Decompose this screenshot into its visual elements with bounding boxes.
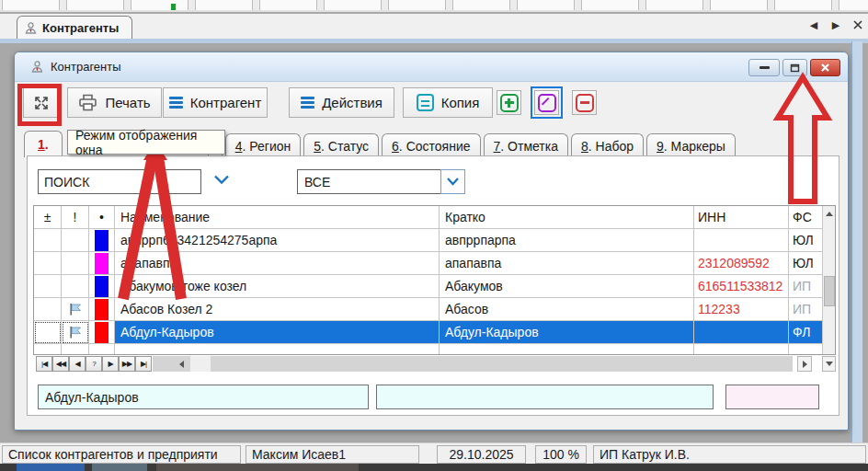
horizontal-scroll-thumb[interactable]: [190, 356, 211, 372]
row-plusminus-cell[interactable]: [34, 275, 62, 298]
col-short[interactable]: Кратко: [440, 206, 694, 229]
restore-button[interactable]: [782, 59, 807, 76]
row-fs-cell[interactable]: ИП: [789, 298, 823, 321]
row-fs-cell[interactable]: ФЛ: [789, 321, 823, 344]
row-inn-cell[interactable]: 2312089592: [694, 252, 789, 275]
scroll-down-button[interactable]: [822, 356, 836, 372]
record-nav-button[interactable]: ▶▶: [119, 356, 135, 372]
col-plusminus[interactable]: ±: [34, 206, 62, 229]
tab[interactable]: 8. Набор: [571, 133, 644, 157]
footer-field-2[interactable]: [376, 385, 714, 409]
tab-kontragenty[interactable]: Контрагенты: [17, 16, 132, 39]
search-input[interactable]: [38, 169, 201, 194]
row-color-cell[interactable]: [89, 229, 115, 252]
vertical-scroll-thumb[interactable]: [824, 276, 835, 306]
delete-record-button[interactable]: [572, 90, 597, 115]
tab[interactable]: 4. Регион: [225, 133, 302, 157]
table-row[interactable]: апапавпа апапавпа 2312089592 ЮЛ: [34, 252, 835, 275]
row-short-cell[interactable]: авпррпарпа: [440, 229, 694, 252]
add-record-button[interactable]: [497, 90, 521, 115]
row-plusminus-cell[interactable]: [34, 252, 62, 275]
color-marker: [95, 299, 108, 320]
table-header[interactable]: ± ! • Наименование Кратко ИНН ФС: [34, 206, 835, 229]
row-fs-cell[interactable]: ЮЛ: [789, 252, 823, 275]
row-fs-cell[interactable]: ИП: [789, 275, 823, 298]
footer-name-field[interactable]: Абдул-Кадыров: [38, 385, 369, 409]
row-fs-cell[interactable]: ЮЛ: [789, 229, 823, 252]
row-color-cell[interactable]: [89, 275, 115, 298]
minimize-button[interactable]: [748, 59, 780, 76]
row-name-cell[interactable]: авпррп693421254275арпа: [115, 229, 440, 252]
edit-record-button[interactable]: [534, 90, 559, 115]
mdi-prev-icon[interactable]: ◀: [807, 18, 820, 31]
tab[interactable]: 5. Статус: [303, 133, 379, 157]
col-fs[interactable]: ФС: [789, 206, 823, 229]
row-short-cell[interactable]: апапавпа: [440, 252, 694, 275]
vertical-scrollbar[interactable]: [822, 206, 835, 354]
row-flag-cell[interactable]: [62, 321, 89, 344]
filter-select[interactable]: ВСЕ: [297, 169, 441, 194]
mdi-close-icon[interactable]: [851, 18, 864, 31]
col-inn[interactable]: ИНН: [694, 206, 789, 229]
row-short-cell[interactable]: Абасов: [440, 298, 694, 321]
table-row[interactable]: Абдул-Кадыров Абдул-Кадыров ФЛ: [34, 321, 835, 344]
tooltip-text: Режим отображения окна: [75, 128, 217, 157]
table-row[interactable]: Абасов Козел 2 Абасов 112233 ИП: [34, 298, 835, 321]
row-color-cell[interactable]: [89, 252, 115, 275]
row-inn-cell[interactable]: 112233: [694, 298, 789, 321]
menu-icon: [301, 95, 314, 111]
row-flag-cell[interactable]: [62, 252, 89, 275]
mdi-next-icon[interactable]: ▶: [829, 18, 842, 31]
row-color-cell[interactable]: [89, 298, 115, 321]
horizontal-scrollbar[interactable]: [153, 356, 793, 372]
filter-dropdown-button[interactable]: [440, 169, 465, 194]
copy-menu-icon: [417, 94, 434, 111]
col-flag[interactable]: !: [62, 206, 89, 229]
footer-field-3[interactable]: [725, 385, 819, 409]
row-color-cell[interactable]: [89, 321, 115, 344]
kontragenty-window: Контрагенты: [14, 52, 849, 431]
print-button[interactable]: Печать: [67, 87, 162, 118]
row-flag-cell[interactable]: [62, 229, 89, 252]
counterparty-menu-button[interactable]: Контрагент: [163, 87, 268, 118]
col-name[interactable]: Наименование: [115, 206, 440, 229]
tab[interactable]: 9. Маркеры: [646, 133, 736, 157]
scroll-left-icon[interactable]: [174, 356, 189, 372]
row-name-cell[interactable]: Абасов Козел 2: [115, 298, 440, 321]
record-nav-button[interactable]: ▶|: [135, 356, 152, 372]
row-name-cell[interactable]: апапавпа: [115, 252, 440, 275]
row-plusminus-cell[interactable]: [34, 321, 62, 344]
record-nav-button[interactable]: |◀: [36, 356, 52, 372]
search-chevron-down-icon[interactable]: [213, 174, 230, 189]
mdi-scroll-strip[interactable]: [851, 41, 862, 442]
table-row[interactable]: Абакумов тоже козел Абакумов 61651153381…: [34, 275, 835, 298]
row-flag-cell[interactable]: [62, 298, 89, 321]
tab[interactable]: 7. Отметка: [484, 133, 568, 157]
copy-menu-button[interactable]: Копия: [403, 87, 493, 118]
record-nav-button[interactable]: ?: [86, 356, 102, 372]
record-nav-button[interactable]: ◀◀: [52, 356, 69, 372]
row-name-cell[interactable]: Абдул-Кадыров: [115, 321, 440, 344]
tab[interactable]: 1.: [24, 131, 63, 157]
row-short-cell[interactable]: Абакумов: [440, 275, 694, 298]
row-name-cell[interactable]: Абакумов тоже козел: [115, 275, 440, 298]
close-button[interactable]: [810, 59, 840, 76]
row-plusminus-cell[interactable]: [34, 229, 62, 252]
col-color[interactable]: •: [89, 206, 115, 229]
row-flag-cell[interactable]: [62, 275, 89, 298]
scroll-up-icon[interactable]: [823, 206, 836, 221]
row-short-cell[interactable]: Абдул-Кадыров: [440, 321, 694, 344]
actions-menu-button[interactable]: Действия: [289, 87, 394, 118]
table-row[interactable]: авпррп693421254275арпа авпррпарпа ЮЛ: [34, 229, 835, 252]
scroll-right-button[interactable]: [797, 356, 812, 372]
row-inn-cell[interactable]: [694, 229, 789, 252]
row-inn-cell[interactable]: [694, 321, 789, 344]
record-nav-button[interactable]: ▶: [102, 356, 119, 372]
plus-icon: [500, 94, 519, 112]
row-plusminus-cell[interactable]: [34, 298, 62, 321]
tab[interactable]: 6. Состояние: [382, 133, 480, 157]
record-nav-button[interactable]: ◀: [69, 356, 86, 372]
window-titlebar[interactable]: Контрагенты: [15, 52, 848, 82]
row-inn-cell[interactable]: 616511533812: [694, 275, 789, 298]
status-date: 29.10.2025: [437, 445, 526, 464]
